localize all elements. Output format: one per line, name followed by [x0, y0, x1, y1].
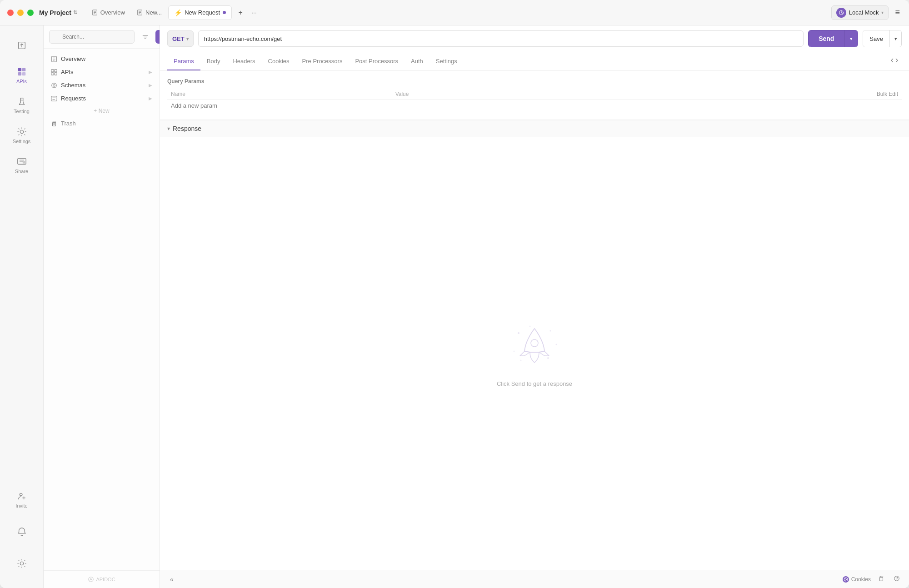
cookie-icon	[843, 576, 849, 583]
tab-body[interactable]: Body	[200, 52, 227, 70]
help-button[interactable]	[892, 574, 902, 584]
tab-params[interactable]: Params	[167, 52, 200, 70]
nav-item-requests[interactable]: Requests ▶	[44, 92, 160, 105]
requests-nav-label: Requests	[61, 95, 86, 102]
project-chevron-icon: ⇅	[73, 10, 77, 15]
nav-item-overview[interactable]: Overview	[44, 52, 160, 65]
page-icon	[92, 10, 98, 15]
bulk-edit-button[interactable]: Bulk Edit	[877, 91, 898, 97]
svg-point-50	[520, 360, 522, 361]
sidebar-item-gear[interactable]	[5, 549, 38, 578]
tab-auth[interactable]: Auth	[405, 52, 430, 70]
maximize-button[interactable]	[27, 10, 34, 16]
nav-item-apis[interactable]: APIs ▶	[44, 65, 160, 79]
svg-rect-18	[22, 161, 25, 164]
tab-headers[interactable]: Headers	[226, 52, 261, 70]
more-tabs-button[interactable]: ···	[248, 7, 260, 19]
requests-nav-icon	[51, 95, 57, 102]
sidebar-item-share[interactable]: Share	[5, 151, 38, 180]
collapse-sidebar-button[interactable]: «	[167, 575, 176, 584]
upload-icon	[17, 40, 27, 50]
add-new-button[interactable]: +	[155, 30, 160, 44]
search-wrapper: 🔍	[49, 30, 135, 44]
svg-point-48	[514, 351, 515, 352]
svg-rect-14	[18, 72, 21, 75]
code-view-button[interactable]	[887, 55, 902, 68]
tab-post-processors[interactable]: Post Processors	[349, 52, 405, 70]
app-window: My Project ⇅ Overview	[0, 0, 909, 588]
filter-icon	[142, 34, 149, 40]
method-chevron-icon: ▾	[186, 36, 189, 41]
tab-pre-processors[interactable]: Pre Processors	[296, 52, 349, 70]
apis-expand-icon: ▶	[149, 70, 152, 75]
response-chevron-icon: ▾	[167, 125, 170, 132]
req-tabs-right	[887, 55, 902, 68]
apis-label: APIs	[16, 79, 27, 84]
svg-rect-13	[22, 68, 25, 71]
empty-state-text: Click Send to get a response	[497, 380, 572, 387]
params-section: Query Params Name Value Bulk Edit	[160, 71, 909, 120]
url-input[interactable]	[204, 35, 798, 42]
svg-point-47	[556, 344, 557, 345]
page-icon-2	[137, 10, 143, 15]
svg-rect-15	[22, 72, 25, 75]
svg-point-59	[896, 580, 897, 580]
project-name[interactable]: My Project ⇅	[39, 9, 77, 16]
filter-button[interactable]	[138, 30, 152, 44]
nav-new-item[interactable]: + New	[44, 105, 160, 117]
svg-point-55	[846, 579, 847, 580]
tab-overview[interactable]: Overview	[86, 5, 130, 20]
sidebar-item-upload[interactable]	[5, 31, 38, 60]
svg-rect-57	[880, 577, 883, 581]
save-button-group: Save ▾	[863, 30, 902, 47]
tabs-bar: Overview New... ⚡ New Request +	[86, 5, 831, 20]
svg-point-56	[845, 580, 845, 580]
svg-point-53	[844, 578, 848, 581]
overview-nav-icon	[51, 56, 57, 62]
add-tab-button[interactable]: +	[235, 7, 246, 19]
cookies-button[interactable]: Cookies	[843, 576, 871, 583]
svg-rect-40	[53, 122, 56, 126]
share-label: Share	[15, 169, 28, 174]
add-param-row[interactable]: Add a new param	[167, 100, 902, 112]
rocket-illustration	[507, 319, 562, 374]
share-icon	[17, 157, 27, 167]
apidoc-logo-icon	[88, 576, 94, 583]
params-table: Name Value Bulk Edit Add a new param	[167, 89, 902, 112]
tab-new[interactable]: New...	[131, 5, 167, 20]
close-button[interactable]	[7, 10, 14, 16]
hamburger-menu-button[interactable]: ≡	[893, 6, 902, 19]
sidebar-item-invite[interactable]: Invite	[5, 485, 38, 514]
settings-label: Settings	[13, 139, 31, 144]
trash-bottom-button[interactable]	[876, 574, 886, 584]
trash-icon	[51, 120, 57, 127]
sidebar-item-settings[interactable]: Settings	[5, 121, 38, 150]
tab-cookies[interactable]: Cookies	[262, 52, 296, 70]
nav-item-schemas[interactable]: Schemas ▶	[44, 79, 160, 92]
save-button[interactable]: Save	[863, 30, 889, 47]
svg-rect-31	[51, 72, 54, 75]
send-button[interactable]: Send	[809, 30, 844, 47]
local-mock-selector[interactable]: Local Mock ▾	[831, 5, 889, 20]
tab-new-request[interactable]: ⚡ New Request	[168, 5, 232, 20]
bolt-icon: ⚡	[174, 9, 182, 16]
method-selector[interactable]: GET ▾	[167, 30, 194, 47]
params-value-header: Value	[392, 89, 606, 100]
traffic-lights	[7, 10, 34, 16]
nav-items: Overview APIs ▶	[44, 49, 160, 570]
svg-point-43	[89, 577, 94, 582]
svg-point-19	[20, 493, 22, 496]
svg-point-49	[547, 357, 549, 359]
search-input[interactable]	[49, 30, 135, 44]
send-dropdown-button[interactable]: ▾	[844, 30, 858, 47]
sidebar-item-notifications[interactable]	[5, 517, 38, 546]
tab-settings-req[interactable]: Settings	[430, 52, 464, 70]
sidebar-item-apis[interactable]: APIs	[5, 61, 38, 90]
bottom-bar: « Cookies	[160, 570, 909, 588]
response-section[interactable]: ▾ Response	[160, 120, 909, 137]
save-dropdown-button[interactable]: ▾	[889, 30, 901, 47]
minimize-button[interactable]	[17, 10, 24, 16]
svg-rect-30	[55, 69, 57, 71]
nav-item-trash[interactable]: Trash	[44, 117, 160, 130]
sidebar-item-testing[interactable]: Testing	[5, 91, 38, 120]
